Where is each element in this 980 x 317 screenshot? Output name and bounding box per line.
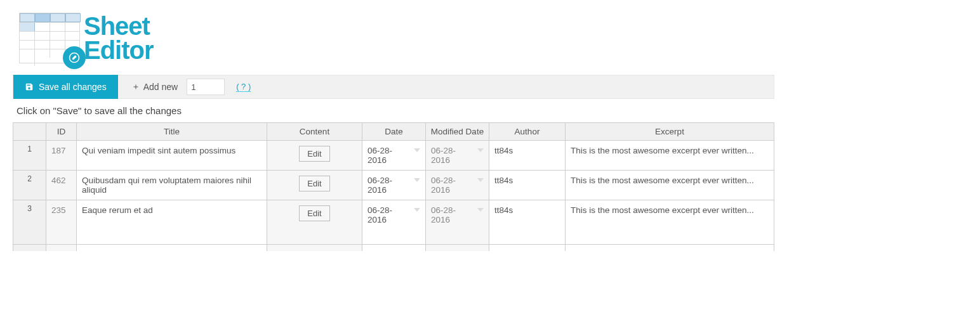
logo-line1: Sheet (84, 14, 154, 38)
save-icon (25, 82, 34, 91)
id-cell[interactable]: 235 (46, 200, 77, 245)
help-link[interactable]: ( ? ) (236, 82, 251, 92)
excerpt-cell[interactable]: This is the most awesome excerpt ever wr… (566, 200, 774, 245)
author-cell[interactable]: tt84s (489, 200, 566, 245)
add-new-count-input[interactable] (187, 79, 225, 95)
chevron-down-icon (477, 178, 484, 182)
logo-text: Sheet Editor (84, 14, 154, 62)
col-header-author[interactable]: Author (489, 123, 566, 141)
data-grid: ID Title Content Date Modified Date Auth… (13, 122, 774, 251)
col-header-rownum[interactable] (13, 123, 46, 141)
edit-button[interactable]: Edit (299, 176, 329, 191)
plus-icon (132, 83, 140, 91)
col-header-title[interactable]: Title (77, 123, 267, 141)
save-button[interactable]: Save all changes (13, 75, 118, 99)
col-header-content[interactable]: Content (267, 123, 362, 141)
chevron-down-icon (414, 208, 420, 212)
header-row: ID Title Content Date Modified Date Auth… (13, 123, 774, 141)
add-new-button[interactable]: Add new (123, 75, 187, 98)
table-row: 3235Eaque rerum et adEdit06-28-201606-28… (13, 200, 774, 245)
title-cell[interactable]: Eaque rerum et ad (77, 200, 267, 245)
author-cell[interactable]: tt84s (489, 171, 566, 200)
title-cell[interactable]: Quibusdam qui rem voluptatem maiores nih… (77, 171, 267, 200)
edit-button[interactable]: Edit (299, 146, 329, 162)
save-button-label: Save all changes (39, 82, 107, 92)
add-new-label: Add new (143, 82, 178, 92)
col-header-id[interactable]: ID (46, 123, 77, 141)
date-cell[interactable]: 06-28-2016 (362, 141, 426, 171)
col-header-date[interactable]: Date (362, 123, 426, 141)
excerpt-cell[interactable]: This is the most awesome excerpt ever wr… (566, 141, 774, 171)
excerpt-cell[interactable]: This is the most awesome excerpt ever wr… (566, 171, 774, 200)
date-cell[interactable]: 06-28-2016 (362, 171, 426, 200)
table-row: 1187Qui veniam impedit sint autem possim… (13, 141, 774, 171)
modified-date-cell[interactable]: 06-28-2016 (426, 200, 489, 245)
edit-badge-icon (63, 46, 86, 69)
logo-area: Sheet Editor (13, 0, 774, 70)
date-cell[interactable]: 06-28-2016 (362, 200, 426, 245)
chevron-down-icon (414, 148, 420, 152)
content-cell: Edit (267, 171, 362, 200)
col-header-excerpt[interactable]: Excerpt (566, 123, 774, 141)
chevron-down-icon (477, 208, 484, 212)
id-cell[interactable]: 462 (46, 171, 77, 200)
author-cell[interactable]: tt84s (489, 141, 566, 171)
logo-sheet-icon (19, 13, 80, 63)
row-number-cell[interactable]: 2 (13, 171, 46, 200)
id-cell[interactable]: 187 (46, 141, 77, 171)
table-row: 2462Quibusdam qui rem voluptatem maiores… (13, 171, 774, 200)
chevron-down-icon (414, 178, 420, 182)
title-cell[interactable]: Qui veniam impedit sint autem possimus (77, 141, 267, 171)
chevron-down-icon (477, 148, 484, 152)
hint-text: Click on "Save" to save all the changes (13, 99, 774, 122)
content-cell: Edit (267, 200, 362, 245)
content-cell: Edit (267, 141, 362, 171)
modified-date-cell[interactable]: 06-28-2016 (426, 141, 489, 171)
empty-row (13, 245, 774, 251)
row-number-cell[interactable]: 1 (13, 141, 46, 171)
modified-date-cell[interactable]: 06-28-2016 (426, 171, 489, 200)
edit-button[interactable]: Edit (299, 205, 329, 221)
col-header-modified[interactable]: Modified Date (426, 123, 489, 141)
toolbar: Save all changes Add new ( ? ) (13, 75, 774, 99)
row-number-cell[interactable]: 3 (13, 200, 46, 245)
logo-line2: Editor (84, 38, 154, 62)
